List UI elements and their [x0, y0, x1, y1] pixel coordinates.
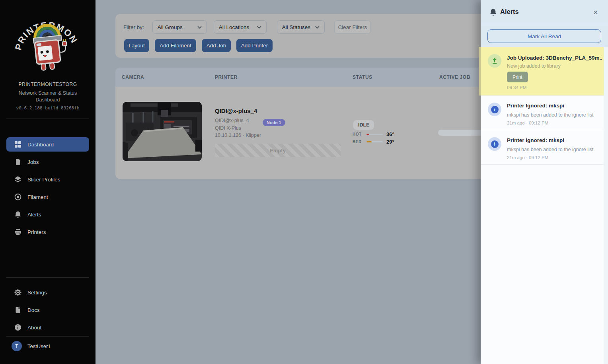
column-header-camera: CAMERA — [122, 68, 144, 87]
info-dot: i — [491, 106, 499, 113]
layout-button[interactable]: Layout — [124, 39, 149, 52]
primary-nav: Dashboard Jobs Slicer Profiles — [0, 137, 95, 242]
hotend-temp-row: HOT 36° — [353, 131, 394, 137]
secondary-nav: Settings Docs About — [0, 285, 95, 338]
alerts-panel-header: Alerts × Mark All Read — [481, 0, 608, 47]
username-label: TestUser1 — [27, 343, 51, 349]
filter-by-label: Filter by: — [123, 24, 144, 30]
printer-model: QIDI X-Plus — [215, 125, 241, 131]
hotend-temp-value: 36° — [386, 131, 394, 137]
alert-item-printer-ignored[interactable]: i Printer Ignored: mkspi mkspi has been … — [481, 95, 608, 130]
filter-toolbar: Filter by: All Groups All Locations All … — [115, 14, 497, 58]
sidebar-item-label: Jobs — [27, 159, 39, 165]
dashboard-grid-icon — [14, 141, 21, 148]
alerts-panel: Alerts × Mark All Read Job Uploaded: 3DB… — [481, 0, 608, 364]
printer-address: 10.10.1.126 · Klipper — [215, 132, 261, 138]
sidebar-item-label: Printers — [27, 229, 46, 235]
alert-subtitle: New job added to library — [507, 63, 561, 69]
sidebar-item-label: Dashboard — [27, 142, 54, 148]
alert-subtitle: mkspi has been added to the ignore list — [507, 112, 594, 118]
groups-filter-select[interactable]: All Groups — [152, 20, 207, 34]
sidebar-item-label: Filament — [27, 194, 48, 200]
node-badge: Node 1 — [263, 119, 285, 126]
chevron-down-icon — [257, 26, 261, 29]
statuses-filter-select[interactable]: All Statuses — [277, 20, 325, 34]
spool-icon — [14, 193, 21, 200]
bed-temp-fill — [366, 141, 372, 142]
bed-label: BED — [353, 140, 366, 144]
alert-title: Printer Ignored: mkspi — [507, 137, 605, 143]
sidebar-item-label: Slicer Profiles — [27, 177, 60, 183]
alert-item-printer-ignored[interactable]: i Printer Ignored: mkspi mkspi has been … — [481, 130, 608, 165]
mark-all-read-button[interactable]: Mark All Read — [487, 29, 601, 43]
add-job-button[interactable]: Add Job — [202, 39, 231, 52]
sidebar-divider — [6, 119, 89, 119]
alerts-scrollbar[interactable] — [604, 47, 608, 364]
sidebar-item-docs[interactable]: Docs — [6, 303, 89, 317]
info-icon — [14, 324, 21, 331]
alert-item-job-uploaded[interactable]: Job Uploaded: 3DBenchy_PLA_59m... New jo… — [479, 47, 606, 95]
app-window: PRINTERMON PRINTE — [0, 0, 608, 364]
close-icon[interactable]: × — [591, 8, 600, 17]
table-header: CAMERA PRINTER STATUS ACTIVE JOB — [115, 68, 497, 87]
gear-icon — [14, 289, 21, 296]
hotend-temp-fill — [366, 134, 369, 135]
document-icon — [14, 158, 21, 165]
alert-title: Printer Ignored: mkspi — [507, 103, 605, 109]
upload-icon — [488, 54, 501, 68]
hotend-temp-track — [366, 134, 383, 135]
printer-icon — [14, 228, 21, 236]
chevron-down-icon — [315, 26, 320, 29]
locations-filter-value: All Locations — [219, 24, 249, 30]
hotend-label: HOT — [353, 132, 366, 136]
info-dot: i — [491, 140, 499, 148]
action-buttons-row: Layout Add Filament Add Job Add Printer — [124, 39, 273, 52]
statuses-filter-value: All Statuses — [282, 24, 310, 30]
filter-row: Filter by: All Groups All Locations All … — [123, 20, 371, 34]
printer-table: CAMERA PRINTER STATUS ACTIVE JOB — [115, 68, 497, 179]
add-printer-button[interactable]: Add Printer — [236, 39, 273, 52]
sidebar-item-about[interactable]: About — [6, 320, 89, 335]
alerts-list: Job Uploaded: 3DBenchy_PLA_59m... New jo… — [481, 47, 608, 364]
sidebar-item-settings[interactable]: Settings — [6, 285, 89, 300]
sidebar-item-dashboard[interactable]: Dashboard — [6, 137, 89, 152]
column-header-status: STATUS — [353, 68, 372, 87]
printer-name[interactable]: QIDI@x-plus_4 — [215, 107, 257, 114]
org-name: PRINTERMONTESTORG — [0, 82, 95, 87]
column-header-printer: PRINTER — [215, 68, 238, 87]
bed-temp-value: 29° — [386, 139, 394, 145]
print-button[interactable]: Print — [507, 72, 528, 82]
sidebar-item-alerts[interactable]: Alerts — [6, 207, 89, 222]
alert-title: Job Uploaded: 3DBenchy_PLA_59m... — [507, 55, 602, 61]
chevron-down-icon — [197, 26, 202, 29]
info-icon: i — [488, 103, 501, 116]
alert-subtitle: mkspi has been added to the ignore list — [507, 147, 594, 152]
sidebar-item-label: Alerts — [27, 212, 41, 218]
sidebar-item-filament[interactable]: Filament — [6, 190, 89, 204]
printer-nickname: QIDI@x-plus_4 — [215, 118, 249, 123]
sidebar-item-label: Settings — [27, 290, 47, 296]
bed-temp-row: BED 29° — [353, 139, 394, 145]
book-icon — [14, 306, 21, 313]
sidebar-item-label: About — [27, 325, 41, 331]
camera-feed-image — [123, 102, 202, 161]
sidebar: PRINTERMON PRINTE — [0, 0, 95, 364]
sidebar-item-jobs[interactable]: Jobs — [6, 155, 89, 169]
alert-timestamp: 21m ago · 09:12 PM — [507, 155, 548, 160]
sidebar-item-slicer-profiles[interactable]: Slicer Profiles — [6, 172, 89, 187]
info-icon: i — [488, 137, 501, 151]
alerts-panel-title: Alerts — [500, 8, 519, 16]
sidebar-item-label: Docs — [27, 307, 40, 313]
clear-filters-button[interactable]: Clear Filters — [334, 20, 371, 34]
version-label: v0.6.2.188 build 89268fb — [0, 105, 95, 111]
bell-icon — [14, 211, 21, 218]
printer-camera-thumbnail[interactable] — [123, 102, 202, 161]
user-menu[interactable]: T TestUser1 — [6, 339, 89, 353]
app-tagline: Network Scanner & Status Dashboard — [14, 90, 82, 103]
column-header-active-job: ACTIVE JOB — [439, 68, 470, 87]
add-filament-button[interactable]: Add Filament — [155, 39, 196, 52]
locations-filter-select[interactable]: All Locations — [214, 20, 267, 34]
sidebar-item-printers[interactable]: Printers — [6, 225, 89, 239]
alert-timestamp: 21m ago · 09:12 PM — [507, 121, 548, 125]
sidebar-divider — [6, 277, 89, 278]
